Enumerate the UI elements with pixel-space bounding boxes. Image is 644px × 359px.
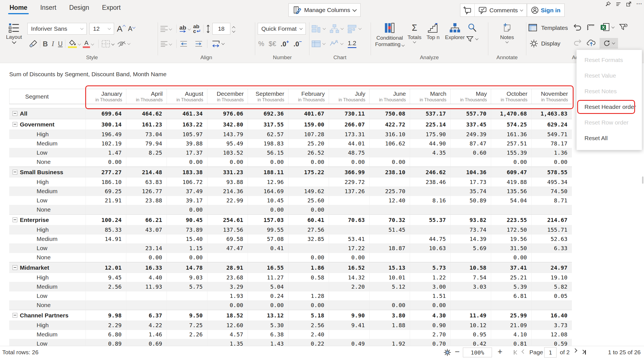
value-cell[interactable]: 1.51	[410, 291, 450, 300]
month-column-header[interactable]: Januaryin Thousands	[86, 89, 126, 104]
value-cell[interactable]: 161.36	[491, 130, 531, 139]
value-cell[interactable]: 2.56	[288, 321, 329, 330]
chart-type-layout-button[interactable]	[347, 24, 357, 33]
popout-icon[interactable]	[626, 1, 631, 7]
value-cell[interactable]: 0.00	[288, 253, 329, 262]
value-cell[interactable]: 66.21	[126, 215, 167, 225]
value-cell[interactable]: 37.41	[491, 262, 531, 273]
value-cell[interactable]: 12.40	[369, 196, 410, 205]
value-cell[interactable]: 337.45	[450, 119, 491, 130]
value-cell[interactable]: 25.21	[491, 273, 531, 282]
horizontal-align-button[interactable]	[160, 25, 168, 32]
collapse-icon[interactable]	[13, 265, 17, 270]
value-cell[interactable]: 11.27	[248, 273, 288, 282]
value-cell[interactable]: 69.58	[207, 234, 248, 243]
value-cell[interactable]	[450, 157, 491, 166]
tab-home[interactable]: Home	[10, 4, 27, 14]
value-cell[interactable]: 2.70	[410, 330, 450, 339]
value-cell[interactable]: 106.72	[167, 178, 207, 186]
notes-button[interactable]: Notes	[489, 23, 525, 43]
vertical-align-button[interactable]	[160, 41, 168, 47]
add-comment-button[interactable]	[460, 4, 475, 16]
decimal-display-button[interactable]: 1.2	[348, 40, 356, 48]
value-cell[interactable]: 10.63	[410, 244, 450, 253]
value-cell[interactable]: 266.07	[329, 119, 369, 130]
value-cell[interactable]: 300.14	[86, 119, 126, 130]
value-cell[interactable]: 10.12	[450, 321, 491, 330]
value-cell[interactable]: 143.79	[207, 130, 248, 139]
value-cell[interactable]: 157.03	[248, 215, 288, 225]
value-cell[interactable]: 0.00	[207, 157, 248, 166]
vertical-scrollbar-thumb[interactable]	[642, 176, 643, 184]
value-cell[interactable]: 48.75	[329, 148, 369, 157]
value-cell[interactable]: 214.36	[207, 187, 248, 196]
value-cell[interactable]: 1.15	[167, 244, 207, 253]
value-cell[interactable]: 107.28	[288, 130, 329, 139]
clear-filter-icon[interactable]	[619, 23, 628, 31]
value-cell[interactable]: 13.12	[248, 310, 288, 320]
increase-indent-button[interactable]	[194, 40, 203, 47]
value-cell[interactable]: 56.15	[248, 148, 288, 157]
increase-font-icon[interactable]: A	[117, 24, 125, 33]
manage-columns-button[interactable]: Manage Columns	[288, 3, 361, 17]
value-cell[interactable]: 578.55	[531, 167, 572, 177]
value-cell[interactable]: 249.39	[450, 130, 491, 139]
value-cell[interactable]: 8.16	[410, 196, 450, 205]
value-cell[interactable]: 73.04	[126, 130, 167, 139]
value-cell[interactable]	[369, 291, 410, 300]
value-cell[interactable]: 4.57	[207, 330, 248, 339]
value-cell[interactable]: 93.82	[450, 215, 491, 225]
month-column-header[interactable]: Decemberin Thousands	[207, 89, 248, 104]
value-cell[interactable]: 43.07	[126, 225, 167, 234]
value-cell[interactable]: 5.69	[450, 244, 491, 253]
value-cell[interactable]: 100.24	[86, 215, 126, 225]
value-cell[interactable]: 16.40	[531, 310, 572, 320]
value-cell[interactable]: 163.22	[167, 119, 207, 130]
value-cell[interactable]: 629.24	[531, 119, 572, 130]
segment-cell[interactable]: Small Business	[9, 167, 86, 177]
value-cell[interactable]: 461.34	[167, 108, 207, 119]
value-cell[interactable]: 5.12	[369, 282, 410, 291]
value-cell[interactable]: 23.68	[207, 273, 248, 282]
value-cell[interactable]: 0.00	[248, 157, 288, 166]
value-cell[interactable]: 155.39	[491, 148, 531, 157]
month-column-header[interactable]: Mayin Thousands	[450, 89, 491, 104]
last-page-button[interactable]	[581, 350, 586, 355]
filter-icon[interactable]	[466, 36, 473, 42]
chevron-down-icon[interactable]	[232, 29, 235, 32]
value-cell[interactable]: 15.13	[369, 262, 410, 273]
value-cell[interactable]: 17.73	[450, 178, 491, 186]
value-cell[interactable]: 102.19	[86, 139, 126, 148]
value-cell[interactable]: 1,470.68	[491, 108, 531, 119]
value-cell[interactable]: 366.99	[329, 167, 369, 177]
segment-cell[interactable]: None	[9, 253, 86, 262]
value-cell[interactable]: 22.99	[207, 196, 248, 205]
value-cell[interactable]	[86, 291, 126, 300]
value-cell[interactable]: 53.41	[329, 234, 369, 243]
value-cell[interactable]: 63.83	[126, 178, 167, 186]
quick-format-select[interactable]: Quick Format	[258, 23, 306, 35]
bold-button[interactable]: B	[43, 40, 48, 48]
value-cell[interactable]: 9.90	[329, 310, 369, 320]
value-cell[interactable]: 35.74	[450, 187, 491, 196]
segment-cell[interactable]: Medium	[9, 187, 86, 196]
zoom-out-button[interactable]: −	[455, 349, 460, 355]
value-cell[interactable]	[126, 205, 167, 214]
value-cell[interactable]: 0.95	[450, 330, 491, 339]
value-cell[interactable]: 106.62	[369, 139, 410, 148]
value-cell[interactable]	[531, 301, 572, 310]
chevron-down-icon[interactable]	[169, 42, 172, 45]
value-cell[interactable]: 21.91	[86, 196, 126, 205]
month-column-header[interactable]: Februaryin Thousands	[288, 89, 329, 104]
row-height-stepper[interactable]	[233, 26, 235, 32]
value-cell[interactable]: 0.58	[288, 273, 329, 282]
value-cell[interactable]: 99.55	[248, 225, 288, 234]
chevron-down-icon[interactable]	[78, 42, 81, 45]
value-cell[interactable]: 25.20	[288, 139, 329, 148]
value-cell[interactable]: 5.73	[410, 262, 450, 273]
value-cell[interactable]: 21.09	[491, 321, 531, 330]
value-cell[interactable]: 4.40	[126, 273, 167, 282]
segment-cell[interactable]: Low	[9, 244, 86, 253]
value-cell[interactable]: 32.85	[288, 234, 329, 243]
value-cell[interactable]: 137.26	[329, 187, 369, 196]
